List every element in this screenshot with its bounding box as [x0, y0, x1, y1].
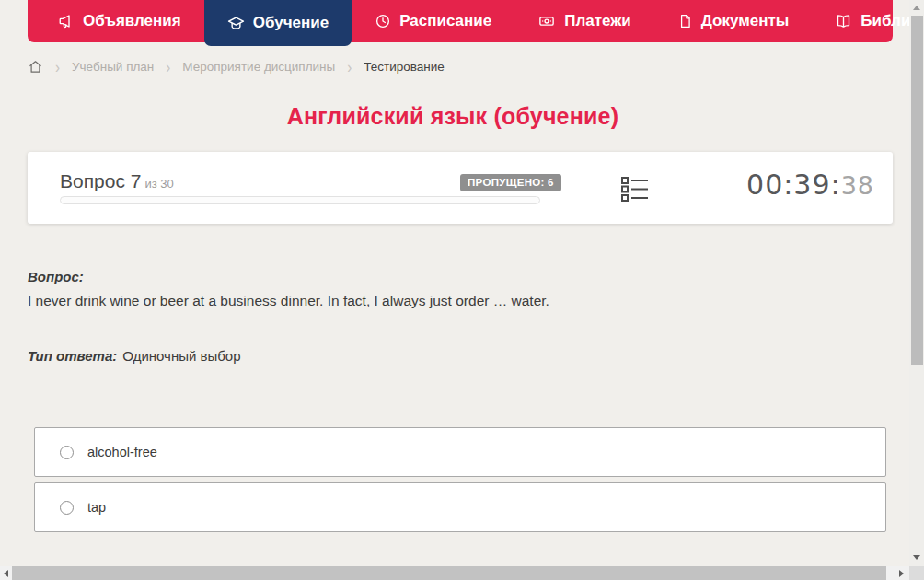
timer-seconds: 38 [841, 171, 874, 200]
answer-type-label: Тип ответа: [28, 348, 117, 364]
vertical-scrollbar-thumb[interactable] [911, 16, 923, 365]
breadcrumb-separator: › [347, 58, 352, 75]
home-icon[interactable] [28, 59, 43, 75]
answer-option-label: tap [87, 500, 106, 515]
clock-icon [375, 13, 391, 29]
answer-option-alcohol-free[interactable]: alcohol-free [34, 427, 886, 477]
scroll-right-arrow[interactable] [899, 570, 904, 577]
breadcrumb-item-discipline-event[interactable]: Мероприятие дисциплины [182, 60, 335, 74]
open-book-icon [835, 13, 852, 29]
nav-item-label: Объявления [83, 12, 181, 30]
horizontal-scrollbar[interactable] [0, 566, 909, 580]
answer-option-label: alcohol-free [87, 445, 157, 459]
radio-button[interactable] [60, 446, 74, 459]
timer-hours-minutes: 00:39: [746, 168, 841, 201]
nav-item-label: Документы [701, 12, 790, 30]
breadcrumb-separator: › [166, 58, 170, 75]
nav-item-label: Обучение [253, 14, 329, 32]
scroll-down-arrow[interactable] [913, 555, 920, 560]
nav-item-announcements[interactable]: Объявления [35, 0, 204, 42]
answer-option-tap[interactable]: tap [34, 482, 886, 532]
vertical-scrollbar[interactable] [909, 0, 924, 566]
answer-list: alcohol-free tap [34, 427, 886, 538]
radio-button[interactable] [60, 501, 74, 515]
nav-item-label: Платежи [564, 12, 631, 30]
graduation-cap-icon [227, 15, 245, 32]
banknote-icon [537, 13, 556, 29]
question-text: I never drink wine or beer at a business… [28, 293, 856, 309]
answer-type-row: Тип ответа:Одиночный выбор [28, 348, 241, 364]
scroll-up-arrow[interactable] [913, 6, 920, 10]
breadcrumb-item-testing: Тестирование [364, 60, 445, 74]
question-header-card: Вопрос 7из 30 ПРОПУЩЕНО: 6 00:39:38 [28, 152, 893, 224]
nav-item-library[interactable]: Библиотека [812, 0, 924, 42]
breadcrumb-separator: › [55, 58, 60, 75]
progress-bar [60, 196, 540, 204]
skipped-badge: ПРОПУЩЕНО: 6 [460, 174, 561, 191]
breadcrumb-item-curriculum[interactable]: Учебный план [72, 60, 154, 74]
question-list-icon[interactable] [620, 175, 650, 203]
nav-item-schedule[interactable]: Расписание [352, 0, 514, 42]
page-title: Английский язык (обучение) [0, 103, 906, 130]
question-number-label: Вопрос 7 [60, 170, 141, 191]
question-total: из 30 [144, 177, 173, 191]
timer: 00:39:38 [746, 168, 874, 201]
megaphone-icon [58, 13, 75, 29]
nav-item-label: Расписание [399, 12, 491, 30]
scrollbar-corner [909, 566, 924, 580]
document-icon [677, 13, 693, 29]
scroll-left-arrow[interactable] [4, 570, 8, 577]
main-nav: Объявления Обучение Расписание Платежи Д… [28, 0, 893, 42]
breadcrumb: › Учебный план › Мероприятие дисциплины … [28, 56, 445, 76]
answer-type-value: Одиночный выбор [122, 348, 240, 364]
nav-item-payments[interactable]: Платежи [514, 0, 654, 42]
question-label: Вопрос: [28, 269, 84, 284]
horizontal-scrollbar-thumb[interactable] [12, 566, 886, 580]
question-number: Вопрос 7из 30 [60, 170, 174, 192]
nav-item-learning[interactable]: Обучение [204, 0, 352, 46]
nav-item-documents[interactable]: Документы [654, 0, 813, 42]
